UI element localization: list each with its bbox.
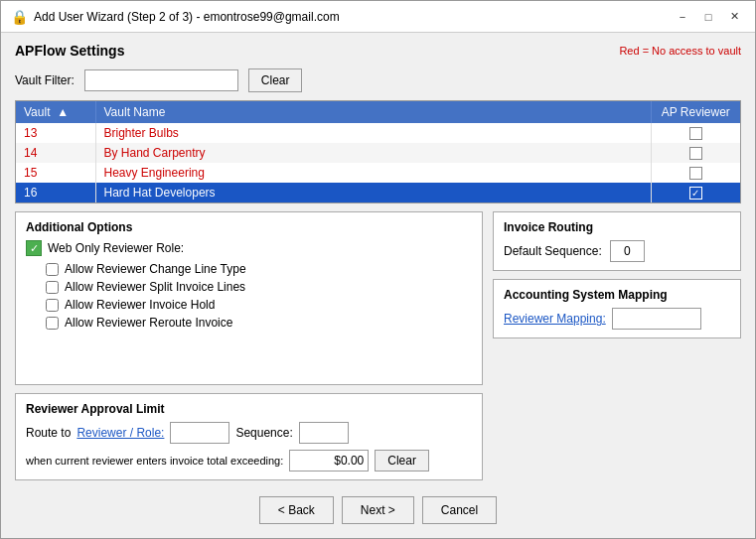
vault-filter-row: Vault Filter: Clear [15, 68, 741, 92]
vault-filter-input[interactable] [84, 69, 238, 91]
sub-options: Allow Reviewer Change Line Type Allow Re… [26, 262, 472, 330]
amount-input[interactable]: $0.00 [289, 450, 369, 472]
vault-name-cell: Brighter Bulbs [95, 123, 651, 143]
sequence-label: Sequence: [235, 426, 292, 440]
table-row[interactable]: 15Heavy Engineering [16, 163, 740, 183]
title-bar-controls: − □ ✕ [672, 6, 745, 28]
page-title: APFlow Settings [15, 43, 124, 59]
cancel-button[interactable]: Cancel [422, 496, 497, 524]
limit-clear-button[interactable]: Clear [375, 450, 429, 472]
table-row[interactable]: 16Hard Hat Developers [16, 183, 740, 202]
vault-name-cell: By Hand Carpentry [95, 143, 651, 163]
option-label-1: Allow Reviewer Change Line Type [65, 262, 246, 276]
window-title: Add User Wizard (Step 2 of 3) - emontros… [34, 10, 340, 24]
ap-reviewer-cell[interactable] [651, 163, 740, 183]
option-checkbox-4[interactable] [46, 317, 59, 330]
option-checkbox-1[interactable] [46, 263, 59, 276]
title-bar-left: 🔒 Add User Wizard (Step 2 of 3) - emontr… [11, 9, 340, 25]
reviewer-limit-title: Reviewer Approval Limit [26, 402, 472, 416]
reviewer-mapping-input[interactable] [612, 308, 701, 330]
option-label-3: Allow Reviewer Invoice Hold [65, 298, 215, 312]
reviewer-role-input[interactable] [170, 422, 229, 444]
table-row[interactable]: 14By Hand Carpentry [16, 143, 740, 163]
default-sequence-input[interactable]: 0 [610, 240, 645, 262]
limit-row: Route to Reviewer / Role: Sequence: when… [26, 422, 472, 472]
next-button[interactable]: Next > [342, 496, 414, 524]
sequence-input[interactable] [299, 422, 349, 444]
accounting-mapping-panel: Accounting System Mapping Reviewer Mappi… [493, 279, 741, 338]
option-checkbox-3[interactable] [46, 299, 59, 312]
close-button[interactable]: ✕ [723, 6, 745, 28]
vault-id-cell: 15 [16, 163, 95, 183]
vault-table-container: Vault ▲ Vault Name AP Reviewer 13Brighte… [15, 100, 741, 203]
web-only-label: Web Only Reviewer Role: [48, 241, 184, 255]
main-window: 🔒 Add User Wizard (Step 2 of 3) - emontr… [0, 0, 756, 539]
mapping-row: Reviewer Mapping: [504, 308, 730, 330]
vault-id-cell: 16 [16, 183, 95, 202]
ap-reviewer-checkbox[interactable] [689, 167, 702, 180]
main-content: APFlow Settings Red = No access to vault… [1, 33, 755, 538]
ap-reviewer-cell[interactable] [651, 123, 740, 143]
ap-reviewer-cell[interactable] [651, 183, 740, 202]
minimize-button[interactable]: − [672, 6, 693, 28]
vault-table: Vault ▲ Vault Name AP Reviewer 13Brighte… [16, 101, 740, 202]
invoice-routing-title: Invoice Routing [504, 220, 730, 234]
routing-row: Default Sequence: 0 [504, 240, 730, 262]
table-row[interactable]: 13Brighter Bulbs [16, 123, 740, 143]
maximize-button[interactable]: □ [697, 6, 719, 28]
back-button[interactable]: < Back [259, 496, 334, 524]
route-to-label: Route to [26, 426, 71, 440]
accounting-title: Accounting System Mapping [504, 288, 730, 302]
web-only-checkbox[interactable]: ✓ [26, 240, 42, 256]
web-only-row: ✓ Web Only Reviewer Role: [26, 240, 472, 256]
footer-buttons: < Back Next > Cancel [15, 488, 741, 528]
ap-reviewer-cell[interactable] [651, 143, 740, 163]
vault-name-cell: Hard Hat Developers [95, 183, 651, 202]
col-header-name: Vault Name [95, 101, 651, 123]
title-bar: 🔒 Add User Wizard (Step 2 of 3) - emontr… [1, 1, 755, 33]
reviewer-mapping-link[interactable]: Reviewer Mapping: [504, 312, 606, 326]
col-header-reviewer: AP Reviewer [651, 101, 740, 123]
vault-filter-clear-button[interactable]: Clear [248, 68, 303, 92]
additional-options-title: Additional Options [26, 220, 472, 234]
option-label-4: Allow Reviewer Reroute Invoice [65, 316, 232, 330]
vault-id-cell: 14 [16, 143, 95, 163]
option-row-3: Allow Reviewer Invoice Hold [46, 298, 472, 312]
vault-filter-label: Vault Filter: [15, 73, 75, 87]
invoice-routing-panel: Invoice Routing Default Sequence: 0 [493, 211, 741, 271]
red-note: Red = No access to vault [619, 45, 741, 57]
reviewer-role-link[interactable]: Reviewer / Role: [76, 426, 164, 440]
bottom-section: Additional Options ✓ Web Only Reviewer R… [15, 211, 741, 480]
ap-reviewer-checkbox[interactable] [689, 127, 702, 140]
vault-name-cell: Heavy Engineering [95, 163, 651, 183]
option-row-1: Allow Reviewer Change Line Type [46, 262, 472, 276]
window-icon: 🔒 [11, 9, 28, 25]
option-row-2: Allow Reviewer Split Invoice Lines [46, 280, 472, 294]
ap-reviewer-checkbox[interactable] [689, 147, 702, 160]
reviewer-limit-panel: Reviewer Approval Limit Route to Reviewe… [15, 393, 483, 480]
right-panel: Invoice Routing Default Sequence: 0 Acco… [493, 211, 741, 480]
ap-reviewer-checkbox[interactable] [689, 187, 702, 200]
vault-id-cell: 13 [16, 123, 95, 143]
table-header-row: Vault ▲ Vault Name AP Reviewer [16, 101, 740, 123]
additional-options-panel: Additional Options ✓ Web Only Reviewer R… [15, 211, 483, 385]
option-checkbox-2[interactable] [46, 281, 59, 294]
option-row-4: Allow Reviewer Reroute Invoice [46, 316, 472, 330]
col-header-vault: Vault ▲ [16, 101, 95, 123]
when-label: when current reviewer enters invoice tot… [26, 455, 283, 467]
default-sequence-label: Default Sequence: [504, 244, 602, 258]
option-label-2: Allow Reviewer Split Invoice Lines [65, 280, 245, 294]
